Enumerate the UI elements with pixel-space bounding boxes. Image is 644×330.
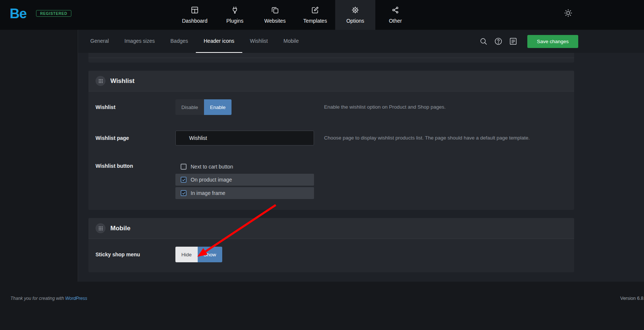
field-description: Enable the wishlist option on Product an… (324, 103, 565, 111)
nav-other[interactable]: Other (375, 0, 415, 30)
field-label: Wishlist (96, 104, 175, 110)
version-text: Version 6.8.2 (620, 296, 644, 301)
options-tabbar: General Images sizes Badges Header icons… (78, 30, 644, 53)
wishlist-section: Wishlist Wishlist Disable Enable Enable … (88, 71, 574, 210)
mobile-section: Mobile Sticky shop menu Hide Show (88, 218, 574, 272)
sticky-shop-menu-toggle: Hide Show (175, 247, 222, 262)
wishlist-toggle-row: Wishlist Disable Enable Enable the wishl… (88, 92, 574, 123)
section-title: Mobile (110, 225, 130, 232)
help-icon[interactable] (494, 37, 503, 46)
nav-dashboard[interactable]: Dashboard (175, 0, 215, 30)
wishlist-enable-button[interactable]: Enable (204, 99, 232, 115)
nav-templates[interactable]: Templates (295, 0, 335, 30)
wishlist-button-row: Wishlist button Next to cart button On p… (88, 153, 574, 210)
topbar: Be REGISTERED Dashboard Plugins Websites (0, 0, 644, 30)
nav-label: Options (346, 18, 364, 24)
nav-label: Other (389, 18, 402, 24)
mobile-section-header: Mobile (88, 218, 574, 239)
sticky-shop-menu-row: Sticky shop menu Hide Show (88, 239, 574, 272)
previous-section-partial (88, 53, 574, 63)
checkbox-checked-icon[interactable] (181, 177, 187, 183)
wishlist-toggle: Disable Enable (175, 99, 232, 115)
tab-general[interactable]: General (82, 30, 117, 53)
field-description: Choose page to display wishlist products… (324, 134, 565, 142)
save-changes-button[interactable]: Save changes (527, 35, 578, 48)
other-icon (391, 6, 399, 15)
options-page: Be REGISTERED Dashboard Plugins Websites (0, 0, 644, 330)
brightness-icon[interactable] (564, 9, 573, 17)
wordpress-link[interactable]: WordPress (65, 296, 87, 301)
registered-badge: REGISTERED (36, 10, 71, 17)
tab-header-icons[interactable]: Header icons (196, 30, 242, 53)
checkbox-in-image-frame[interactable]: In image frame (175, 187, 314, 199)
betheme-logo[interactable]: Be (10, 6, 26, 22)
wishlist-page-row: Wishlist page Wishlist Choose page to di… (88, 123, 574, 153)
options-gear-icon (351, 6, 359, 15)
nav-options[interactable]: Options (335, 0, 375, 30)
websites-icon (271, 6, 279, 15)
checkbox-on-product-image[interactable]: On product image (175, 174, 314, 186)
templates-icon (311, 6, 319, 15)
dashboard-icon (191, 6, 199, 15)
tab-images-sizes[interactable]: Images sizes (117, 30, 163, 53)
field-label: Sticky shop menu (96, 251, 175, 257)
tab-mobile[interactable]: Mobile (276, 30, 307, 53)
checkbox-unchecked-icon[interactable] (181, 164, 187, 170)
footer: Thank you for creating with WordPress Ve… (0, 282, 644, 330)
nav-label: Dashboard (182, 18, 208, 24)
wishlist-page-select[interactable]: Wishlist (175, 131, 314, 145)
nav-plugins[interactable]: Plugins (215, 0, 255, 30)
drag-handle-icon[interactable] (96, 223, 106, 233)
nav-label: Templates (303, 18, 327, 24)
top-nav: Dashboard Plugins Websites Templates (175, 0, 415, 30)
checkbox-next-to-cart-button[interactable]: Next to cart button (175, 161, 314, 172)
nav-websites[interactable]: Websites (255, 0, 295, 30)
wishlist-section-header: Wishlist (88, 71, 574, 92)
sticky-hide-button[interactable]: Hide (175, 247, 198, 262)
drag-handle-icon[interactable] (96, 76, 106, 86)
search-icon[interactable] (479, 37, 488, 46)
tab-wishlist[interactable]: Wishlist (242, 30, 276, 53)
footer-credit: Thank you for creating with WordPress (10, 296, 87, 301)
checkbox-checked-icon[interactable] (181, 190, 187, 196)
content-area: Wishlist Wishlist Disable Enable Enable … (78, 53, 644, 282)
nav-label: Websites (264, 18, 285, 24)
field-label: Wishlist page (96, 135, 175, 141)
sticky-show-button[interactable]: Show (198, 247, 222, 262)
wishlist-button-options: Next to cart button On product image (175, 161, 314, 199)
section-title: Wishlist (110, 77, 135, 85)
field-label: Wishlist button (96, 161, 175, 169)
tab-badges[interactable]: Badges (163, 30, 196, 53)
wishlist-disable-button[interactable]: Disable (175, 99, 204, 115)
left-sidebar (0, 30, 78, 282)
nav-label: Plugins (226, 18, 243, 24)
changelog-icon[interactable] (509, 37, 518, 46)
plugins-icon (231, 6, 239, 15)
